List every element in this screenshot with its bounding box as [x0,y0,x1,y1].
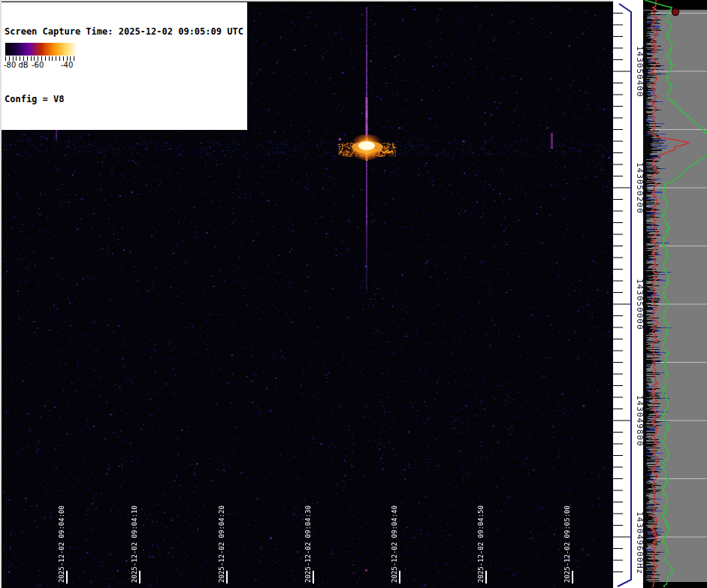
waterfall-display[interactable] [0,0,613,588]
spectrum-graph[interactable] [643,0,707,588]
spectrum-display-window: Screen Capture Time: 2025-12-02 09:05:09… [0,0,707,588]
frequency-scale[interactable] [613,0,643,588]
